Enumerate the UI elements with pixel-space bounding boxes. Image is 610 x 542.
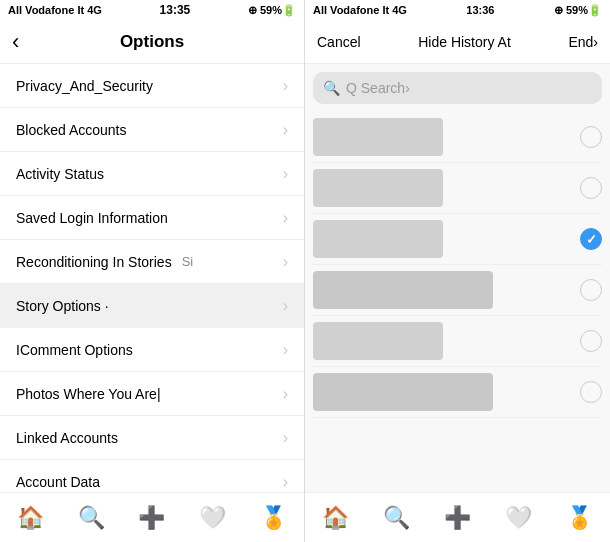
contact-avatar-2 <box>313 169 443 207</box>
menu-item-story-options[interactable]: Story Options · › <box>0 284 304 328</box>
menu-label-privacy: Privacy_And_Security <box>16 78 153 94</box>
menu-item-photos[interactable]: Photos Where You Are| › <box>0 372 304 416</box>
contact-row-6[interactable] <box>313 367 602 418</box>
menu-item-left-photos: Photos Where You Are| <box>16 386 161 402</box>
menu-label-comment-options: IComment Options <box>16 342 133 358</box>
status-bar-left: All Vodafone It 4G 13:35 ⊕ 59%🔋 <box>0 0 304 20</box>
left-panel: All Vodafone It 4G 13:35 ⊕ 59%🔋 ‹ Option… <box>0 0 305 542</box>
menu-label-linked: Linked Accounts <box>16 430 118 446</box>
menu-item-left-comment-options: IComment Options <box>16 342 133 358</box>
contact-row-5[interactable] <box>313 316 602 367</box>
right-header: Cancel Hide History At End› <box>305 20 610 64</box>
contact-row-3[interactable] <box>313 214 602 265</box>
chevron-icon-saved-login: › <box>283 209 288 227</box>
menu-item-left-privacy: Privacy_And_Security <box>16 78 153 94</box>
add-icon-left[interactable]: ➕ <box>138 505 165 531</box>
contact-avatar-5 <box>313 322 443 360</box>
menu-item-activity[interactable]: Activity Status › <box>0 152 304 196</box>
menu-item-left-account-data: Account Data <box>16 474 100 490</box>
menu-item-privacy[interactable]: Privacy_And_Security › <box>0 64 304 108</box>
menu-item-reconditioning[interactable]: Reconditioning In Stories Si › <box>0 240 304 284</box>
menu-label-saved-login: Saved Login Information <box>16 210 168 226</box>
menu-label-photos: Photos Where You Are| <box>16 386 161 402</box>
carrier-right: All Vodafone It 4G <box>313 4 407 16</box>
time-left: 13:35 <box>160 3 191 17</box>
heart-icon-left[interactable]: 🤍 <box>199 505 226 531</box>
right-panel: All Vodafone It 4G 13:36 ⊕ 59%🔋 Cancel H… <box>305 0 610 542</box>
menu-list: Privacy_And_Security › Blocked Accounts … <box>0 64 304 492</box>
add-icon-right[interactable]: ➕ <box>444 505 471 531</box>
contact-row-4[interactable] <box>313 265 602 316</box>
search-placeholder: Q Search› <box>346 80 410 96</box>
profile-icon-right[interactable]: 🏅 <box>566 505 593 531</box>
bottom-nav-left: 🏠 🔍 ➕ 🤍 🏅 <box>0 492 304 542</box>
heart-icon-right[interactable]: 🤍 <box>505 505 532 531</box>
contact-avatar-6 <box>313 373 493 411</box>
contact-row-2[interactable] <box>313 163 602 214</box>
back-button[interactable]: ‹ <box>12 29 19 55</box>
menu-item-left-blocked: Blocked Accounts <box>16 122 127 138</box>
chevron-icon-photos: › <box>283 385 288 403</box>
radio-4[interactable] <box>580 279 602 301</box>
time-right: 13:36 <box>466 4 494 16</box>
chevron-icon-story-options: › <box>283 297 288 315</box>
search-icon-bottom-right[interactable]: 🔍 <box>383 505 410 531</box>
search-bar[interactable]: 🔍 Q Search› <box>313 72 602 104</box>
contact-avatar-4 <box>313 271 493 309</box>
menu-item-left-saved-login: Saved Login Information <box>16 210 168 226</box>
page-title: Options <box>120 32 184 52</box>
menu-label-story-options: Story Options · <box>16 298 109 314</box>
chevron-icon-activity: › <box>283 165 288 183</box>
menu-label-activity: Activity Status <box>16 166 104 182</box>
menu-item-left-story-options: Story Options · <box>16 298 109 314</box>
chevron-icon-privacy: › <box>283 77 288 95</box>
bottom-nav-right: 🏠 🔍 ➕ 🤍 🏅 <box>305 492 610 542</box>
chevron-icon-account-data: › <box>283 473 288 491</box>
menu-label-account-data: Account Data <box>16 474 100 490</box>
menu-item-saved-login[interactable]: Saved Login Information › <box>0 196 304 240</box>
search-icon-right: 🔍 <box>323 80 340 96</box>
chevron-icon-linked: › <box>283 429 288 447</box>
menu-item-blocked[interactable]: Blocked Accounts › <box>0 108 304 152</box>
carrier-left: All Vodafone It 4G <box>8 4 102 16</box>
radio-6[interactable] <box>580 381 602 403</box>
contacts-list <box>305 112 610 492</box>
contact-avatar-3 <box>313 220 443 258</box>
icons-right: ⊕ 59%🔋 <box>554 4 602 17</box>
radio-3[interactable] <box>580 228 602 250</box>
menu-item-account-data[interactable]: Account Data › <box>0 460 304 492</box>
profile-icon-left[interactable]: 🏅 <box>260 505 287 531</box>
menu-item-left-activity: Activity Status <box>16 166 104 182</box>
contact-row-1[interactable] <box>313 112 602 163</box>
icons-left: ⊕ 59%🔋 <box>248 4 296 17</box>
search-icon-left[interactable]: 🔍 <box>78 505 105 531</box>
chevron-icon-comment-options: › <box>283 341 288 359</box>
menu-item-left-reconditioning: Reconditioning In Stories Si <box>16 254 193 270</box>
menu-item-linked[interactable]: Linked Accounts › <box>0 416 304 460</box>
home-icon-right[interactable]: 🏠 <box>322 505 349 531</box>
chevron-icon-reconditioning: › <box>283 253 288 271</box>
radio-2[interactable] <box>580 177 602 199</box>
menu-sub-reconditioning: Si <box>182 254 194 269</box>
menu-item-comment-options[interactable]: IComment Options › <box>0 328 304 372</box>
end-button[interactable]: End› <box>568 34 598 50</box>
nav-header-left: ‹ Options <box>0 20 304 64</box>
home-icon-left[interactable]: 🏠 <box>17 505 44 531</box>
menu-label-reconditioning: Reconditioning In Stories <box>16 254 172 270</box>
radio-5[interactable] <box>580 330 602 352</box>
status-bar-right: All Vodafone It 4G 13:36 ⊕ 59%🔋 <box>305 0 610 20</box>
radio-1[interactable] <box>580 126 602 148</box>
menu-label-blocked: Blocked Accounts <box>16 122 127 138</box>
hide-history-label: Hide History At <box>418 34 511 50</box>
contact-avatar-1 <box>313 118 443 156</box>
menu-item-left-linked: Linked Accounts <box>16 430 118 446</box>
chevron-icon-blocked: › <box>283 121 288 139</box>
cancel-button[interactable]: Cancel <box>317 34 361 50</box>
